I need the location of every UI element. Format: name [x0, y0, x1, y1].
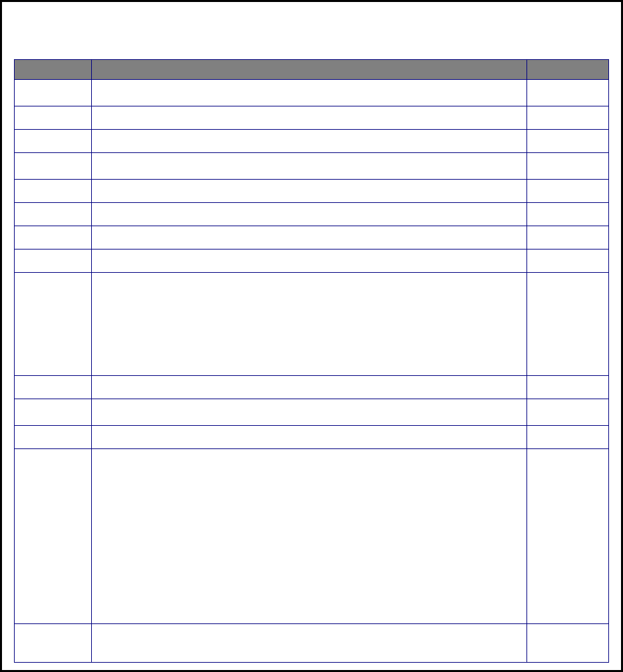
header-row: [15, 60, 609, 80]
cell: [527, 624, 609, 663]
table-row: [15, 399, 609, 426]
cell: [92, 250, 527, 273]
cell: [15, 426, 92, 449]
cell: [92, 226, 527, 250]
table-row: [15, 449, 609, 624]
cell: [527, 153, 609, 180]
cell: [92, 180, 527, 203]
cell: [15, 376, 92, 399]
cell: [527, 130, 609, 153]
document-page: [0, 0, 623, 672]
cell: [527, 203, 609, 226]
table-row: [15, 426, 609, 449]
table-row: [15, 106, 609, 130]
cell: [527, 250, 609, 273]
cell: [92, 624, 527, 663]
cell: [527, 426, 609, 449]
header-cell-1: [15, 60, 92, 80]
cell: [92, 203, 527, 226]
table-row: [15, 273, 609, 376]
cell: [92, 376, 527, 399]
cell: [15, 130, 92, 153]
cell: [92, 426, 527, 449]
cell: [527, 106, 609, 130]
cell: [527, 376, 609, 399]
cell: [92, 273, 527, 376]
table-row: [15, 80, 609, 106]
table-row: [15, 130, 609, 153]
cell: [15, 153, 92, 180]
table-body: [15, 80, 609, 663]
cell: [527, 399, 609, 426]
cell: [527, 226, 609, 250]
cell: [92, 106, 527, 130]
cell: [15, 106, 92, 130]
cell: [92, 130, 527, 153]
cell: [527, 273, 609, 376]
cell: [15, 203, 92, 226]
cell: [15, 180, 92, 203]
table-row: [15, 203, 609, 226]
cell: [15, 273, 92, 376]
cell: [15, 250, 92, 273]
cell: [92, 153, 527, 180]
cell: [15, 449, 92, 624]
cell: [527, 80, 609, 106]
cell: [15, 399, 92, 426]
cell: [92, 449, 527, 624]
cell: [92, 399, 527, 426]
table-row: [15, 376, 609, 399]
table-row: [15, 624, 609, 663]
cell: [527, 449, 609, 624]
cell: [527, 180, 609, 203]
table-row: [15, 180, 609, 203]
cell: [15, 624, 92, 663]
table-row: [15, 153, 609, 180]
header-cell-3: [527, 60, 609, 80]
cell: [92, 80, 527, 106]
cell: [15, 226, 92, 250]
table-row: [15, 250, 609, 273]
data-table: [14, 59, 609, 663]
cell: [15, 80, 92, 106]
header-cell-2: [92, 60, 527, 80]
table-row: [15, 226, 609, 250]
